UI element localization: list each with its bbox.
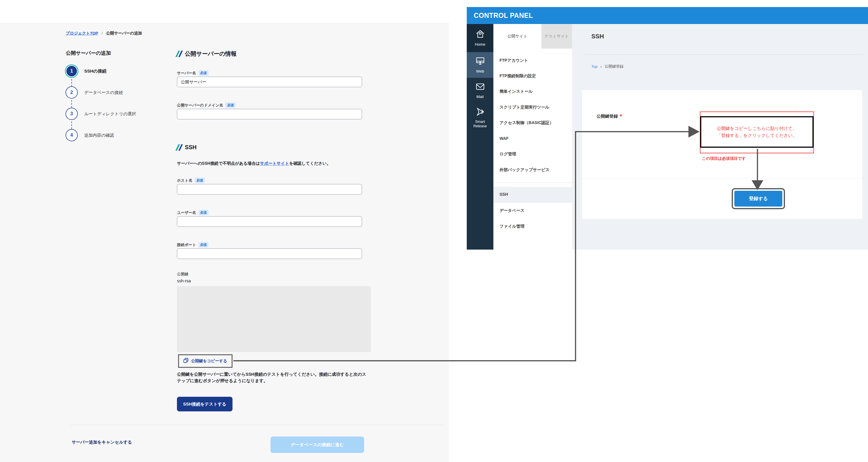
menu-item-access-control[interactable]: アクセス制御（BASIC認証） [499, 120, 554, 125]
required-badge: 必須 [198, 210, 209, 215]
required-badge: 必須 [225, 103, 236, 108]
screenshot-root: SmartReleaseU NewProject トライアル 残り15日 プロジ… [0, 0, 868, 462]
ssh-test-note: 公開鍵を公開サーバーに置いてからSSH接続のテストを行ってください。接続に成功す… [177, 371, 369, 384]
register-button[interactable]: 登録する [734, 191, 782, 207]
required-badge: 必須 [195, 178, 205, 183]
tooltip-line-2: 「登録する」をクリックしてください。 [717, 132, 797, 139]
menu-divider [493, 182, 572, 183]
server-name-input[interactable] [177, 77, 362, 87]
menu-item-ftp-account[interactable]: FTPアカウント [499, 58, 528, 63]
page-title: SSH [591, 33, 604, 40]
home-icon [475, 29, 485, 40]
validation-message: この項目は必須項目です [702, 156, 746, 161]
user-name-input[interactable] [177, 216, 362, 227]
domain-name-input[interactable] [177, 109, 362, 119]
support-site-link[interactable]: サポートサイト [260, 161, 289, 166]
ssh-test-button[interactable]: SSH接続をテストする [177, 397, 232, 411]
required-badge: 必須 [198, 70, 209, 76]
menu-item-log[interactable]: ログ管理 [499, 151, 516, 157]
breadcrumb-current: 公開サーバーの追加 [106, 31, 142, 35]
public-key-box [177, 286, 371, 352]
control-panel-title: CONTROL PANEL [474, 12, 533, 20]
smart-release-icon [475, 107, 485, 118]
step-connector [71, 121, 72, 129]
menu-item-waf[interactable]: WAF [499, 136, 508, 141]
step-3-circle: 3 [65, 108, 78, 120]
required-badge: 必須 [198, 242, 209, 248]
sidebar-item-smart-release[interactable]: Smart Release [467, 103, 493, 132]
stepper-title: 公開サーバーの追加 [66, 50, 111, 56]
cp-breadcrumb: Top › 公開鍵登録 [591, 64, 623, 69]
domain-name-label: 公開サーバーのドメイン名 必須 [177, 103, 236, 108]
copy-button-label: 公開鍵をコピーする [191, 358, 227, 364]
tooltip-line-1: 公開鍵をコピーしこちらに貼り付けて、 [717, 125, 797, 132]
step-1-number: 1 [66, 66, 77, 76]
cancel-server-add-link[interactable]: サーバー追加をキャンセルする [72, 439, 132, 445]
web-icon [475, 56, 485, 67]
menu-item-backup[interactable]: 外部バックアップサービス [499, 167, 550, 173]
step-3-label: ルートディレクトリの選択 [84, 111, 136, 117]
public-key-card [582, 90, 862, 219]
user-name-label: ユーザー名 必須 [177, 210, 209, 215]
public-key-label: 公開鍵 [177, 271, 188, 277]
menu-item-database[interactable]: データベース [499, 208, 524, 213]
step-4-label: 追加内容の確認 [84, 133, 114, 138]
port-input[interactable] [177, 249, 362, 259]
step-2-label: データベースの接続 [84, 90, 123, 95]
resize-handle-icon[interactable] [809, 149, 813, 152]
server-info-heading: 公開サーバーの情報 [177, 50, 237, 58]
card-divider [582, 178, 862, 178]
next-step-button[interactable]: データベースの接続に進む [271, 437, 364, 453]
sidebar-item-home[interactable]: Home [467, 24, 493, 52]
public-key-register-label: 公開鍵登録※ [597, 114, 622, 119]
copy-public-key-button[interactable]: 公開鍵をコピーする [178, 354, 232, 368]
breadcrumb-separator: / [101, 31, 103, 35]
menu-item-easy-install[interactable]: 簡単インストール [499, 89, 533, 94]
ssh-heading: SSH [177, 144, 196, 151]
port-label: 接続ポート 必須 [177, 242, 209, 248]
step-1-label: SSHの接続 [84, 68, 106, 74]
footer-divider [70, 425, 444, 425]
mail-icon [475, 82, 485, 93]
control-panel-titlebar: CONTROL PANEL [467, 7, 868, 24]
ssh-support-note: サーバーへのSSH接続で不明点がある場合はサポートサイトを確認してください。 [177, 161, 331, 166]
breadcrumb-project-top-link[interactable]: プロジェクトTOP [66, 31, 98, 35]
cp-breadcrumb-top-link[interactable]: Top [591, 64, 597, 69]
breadcrumb: プロジェクトTOP / 公開サーバーの追加 [66, 31, 142, 36]
tab-test-site[interactable]: テストサイト [541, 24, 572, 49]
register-button-highlight-ring: 登録する [732, 188, 785, 209]
cp-breadcrumb-current: 公開鍵登録 [604, 64, 623, 69]
required-asterisk: ※ [620, 114, 622, 117]
step-connector [71, 100, 72, 108]
sidebar-item-mail[interactable]: Mail [467, 78, 493, 103]
menu-item-file-manager[interactable]: ファイル管理 [499, 224, 524, 229]
cp-breadcrumb-separator: › [600, 64, 601, 69]
public-key-type: ssh-rsa [177, 279, 191, 283]
server-name-label: サーバー名 必須 [177, 70, 209, 76]
menu-item-ftp-restriction[interactable]: FTP接続制限の設定 [499, 74, 536, 79]
annotation-tooltip-box: 公開鍵をコピーしこちらに貼り付けて、 「登録する」をクリックしてください。 [700, 116, 814, 148]
host-name-label: ホスト名 必須 [177, 178, 205, 183]
title-divider [585, 54, 863, 55]
menu-item-ssh[interactable]: SSH [499, 192, 508, 197]
step-connector [71, 79, 72, 87]
tab-public-site[interactable]: 公開サイト [493, 24, 541, 48]
step-1-circle: 1 [65, 64, 79, 78]
step-4-circle: 4 [65, 129, 78, 141]
copy-icon [183, 358, 189, 364]
step-2-circle: 2 [65, 86, 78, 98]
host-name-input[interactable] [177, 184, 362, 195]
sidebar-item-web[interactable]: Web [467, 52, 493, 78]
app-header [0, 0, 449, 23]
menu-item-cron-tool[interactable]: スクリプト定期実行ツール [499, 105, 549, 110]
